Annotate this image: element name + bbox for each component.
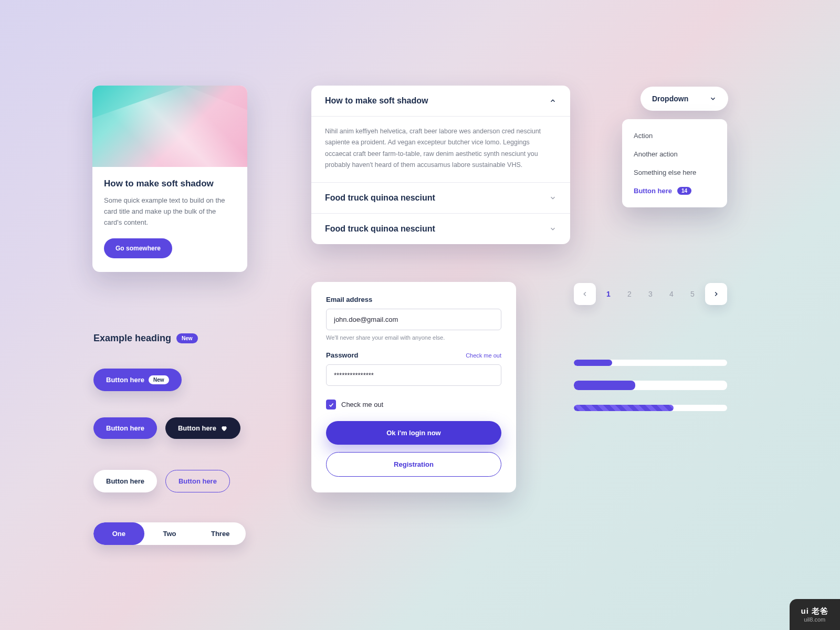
chevron-down-icon xyxy=(549,225,556,233)
progress-fill: 40% xyxy=(574,381,635,390)
white-button[interactable]: Button here xyxy=(93,470,157,492)
watermark-title: ui 老爸 xyxy=(801,606,829,616)
email-field[interactable] xyxy=(326,309,501,330)
dropdown-item[interactable]: Another action xyxy=(622,145,727,163)
remember-checkbox-row: Check me out xyxy=(326,400,501,410)
card-title: How to make soft shadow xyxy=(104,178,236,189)
dropdown-item[interactable]: Something else here xyxy=(622,163,727,182)
prev-page-button[interactable] xyxy=(574,283,596,305)
segment-three[interactable]: Three xyxy=(195,522,246,545)
accordion-header[interactable]: Food truck quinoa nesciunt xyxy=(311,183,570,213)
page-number[interactable]: 3 xyxy=(642,290,659,298)
go-somewhere-button[interactable]: Go somewhere xyxy=(104,238,172,258)
chevron-right-icon xyxy=(712,290,720,298)
outline-button[interactable]: Button here xyxy=(165,470,230,492)
progress-fill xyxy=(574,360,612,366)
card-text: Some quick example text to build on the … xyxy=(104,195,236,228)
accordion-title: Food truck quinoa nesciunt xyxy=(325,224,435,234)
dropdown-label: Dropdown xyxy=(652,94,688,103)
button-inner-badge: New xyxy=(149,375,169,384)
heart-icon xyxy=(220,425,228,432)
login-button[interactable]: Ok i'm login now xyxy=(326,421,501,445)
registration-button[interactable]: Registration xyxy=(326,452,501,477)
accordion-title: How to make soft shadow xyxy=(325,96,428,106)
checkbox-label: Check me out xyxy=(341,401,383,408)
dropdown-item[interactable]: Action xyxy=(622,127,727,145)
accordion-item: Food truck quinoa nesciunt xyxy=(311,214,570,244)
dropdown-button[interactable]: Dropdown xyxy=(640,87,728,111)
heading-text: Example heading xyxy=(93,333,171,344)
email-label: Email address xyxy=(326,296,501,303)
watermark: ui 老爸 uil8.com xyxy=(790,599,841,630)
segmented-control: One Two Three xyxy=(93,522,246,545)
page-number[interactable]: 5 xyxy=(684,290,701,298)
button-with-badge[interactable]: Button here New xyxy=(93,369,182,391)
chevron-down-icon xyxy=(709,95,717,102)
accordion-item: How to make soft shadow Nihil anim keffi… xyxy=(311,86,570,183)
accordion-item: Food truck quinoa nesciunt xyxy=(311,183,570,214)
page-number[interactable]: 1 xyxy=(600,290,617,298)
page-number[interactable]: 2 xyxy=(621,290,638,298)
dark-button[interactable]: Button here xyxy=(165,417,240,439)
check-icon xyxy=(328,402,334,408)
email-help-text: We'll never share your email with anyone… xyxy=(326,334,501,341)
accordion-header[interactable]: How to make soft shadow xyxy=(311,86,570,116)
chevron-up-icon xyxy=(549,97,556,104)
progress-bar xyxy=(574,360,727,366)
progress-bar-labeled: 40% xyxy=(574,381,727,390)
example-heading: Example heading New xyxy=(93,333,198,344)
count-badge: 14 xyxy=(677,187,691,195)
progress-fill xyxy=(574,405,674,411)
password-label: Password xyxy=(326,351,358,359)
accordion: How to make soft shadow Nihil anim keffi… xyxy=(311,86,570,244)
accordion-title: Food truck quinoa nesciunt xyxy=(325,193,435,203)
image-card: How to make soft shadow Some quick examp… xyxy=(92,86,247,272)
button-label: Button here xyxy=(106,376,144,384)
accordion-header[interactable]: Food truck quinoa nesciunt xyxy=(311,214,570,244)
password-field[interactable] xyxy=(326,364,501,386)
segment-one[interactable]: One xyxy=(93,522,144,545)
checkbox[interactable] xyxy=(326,400,336,410)
chevron-left-icon xyxy=(581,290,589,298)
next-page-button[interactable] xyxy=(705,283,727,305)
new-badge: New xyxy=(176,333,198,343)
accordion-body: Nihil anim keffiyeh helvetica, craft bee… xyxy=(311,116,570,182)
progress-bar-striped xyxy=(574,405,727,411)
watermark-url: uil8.com xyxy=(801,616,829,623)
button-label: Button here xyxy=(178,424,216,432)
login-form: Email address We'll never share your ema… xyxy=(311,282,516,492)
card-body: How to make soft shadow Some quick examp… xyxy=(92,167,247,272)
page-number[interactable]: 4 xyxy=(663,290,680,298)
dropdown-menu: Action Another action Something else her… xyxy=(622,119,727,207)
password-help-link[interactable]: Check me out xyxy=(466,352,501,359)
segment-two[interactable]: Two xyxy=(144,522,195,545)
progress-label: 40% xyxy=(574,381,727,390)
dropdown-item-button[interactable]: Button here 14 xyxy=(622,182,727,200)
card-image xyxy=(92,86,247,167)
dropdown-item-label: Button here xyxy=(634,187,672,195)
chevron-down-icon xyxy=(549,194,556,202)
pagination: 1 2 3 4 5 xyxy=(574,283,727,305)
progress-group: 40% xyxy=(574,360,727,411)
primary-button[interactable]: Button here xyxy=(93,417,157,439)
